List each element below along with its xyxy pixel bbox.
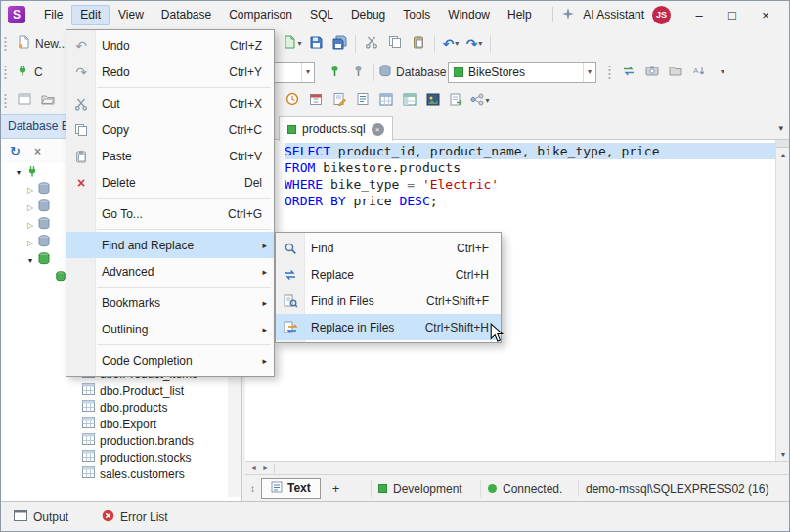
paste-button[interactable] — [407, 32, 430, 56]
tree-table-row[interactable]: production.brands — [82, 432, 194, 449]
close-tab-icon[interactable]: × — [372, 123, 384, 136]
scroll-up-icon[interactable]: ▲ — [776, 148, 790, 161]
tree-database-node[interactable]: ▷ — [0, 181, 51, 199]
menu-file[interactable]: File — [35, 5, 71, 25]
editor-scrollbar[interactable]: ▲ ▼ — [775, 140, 790, 461]
menu-item-replace[interactable]: Replace Ctrl+H — [276, 261, 501, 288]
pin-button[interactable] — [323, 61, 346, 84]
query-plan-button[interactable]: ▾ — [468, 89, 492, 112]
menu-item-delete[interactable]: × Delete Del — [66, 169, 274, 196]
tab-products-sql[interactable]: products.sql × — [279, 116, 393, 141]
redo-button[interactable]: ↷ ▾ — [462, 32, 486, 56]
data-grid-button[interactable] — [374, 89, 398, 112]
pivot-grid-button[interactable] — [398, 89, 421, 112]
menu-edit[interactable]: Edit — [71, 5, 110, 25]
menu-database[interactable]: Database — [153, 5, 220, 25]
tree-table-row[interactable]: sales.customers — [82, 466, 185, 482]
edit-document-button[interactable] — [328, 89, 351, 112]
tree-expanded-icon[interactable]: ▾ — [23, 256, 37, 265]
tree-expanded-icon[interactable]: ▾ — [12, 168, 25, 177]
toolbar-grip[interactable] — [4, 93, 7, 109]
toolbar-grip[interactable] — [608, 65, 611, 80]
snapshot-button[interactable] — [640, 61, 664, 84]
tree-database-node-active[interactable]: ▾ — [0, 251, 51, 269]
menu-item-find-and-replace[interactable]: Find and Replace ▸ — [66, 232, 274, 258]
pane-right-icon[interactable]: ► — [262, 465, 269, 471]
menu-item-advanced[interactable]: Advanced ▸ — [66, 258, 274, 285]
menu-window[interactable]: Window — [439, 5, 499, 25]
cut-button[interactable] — [360, 32, 383, 56]
document-outline-button[interactable] — [351, 89, 374, 112]
menu-view[interactable]: View — [110, 5, 153, 25]
minimize-button[interactable]: – — [682, 2, 716, 27]
tree-table-row[interactable]: dbo.Export — [82, 416, 156, 432]
tree-collapsed-icon[interactable]: ▷ — [23, 239, 37, 247]
tree-table-row[interactable]: dbo.Product_list — [82, 382, 184, 399]
view-switch-icon[interactable]: ↕ — [250, 483, 255, 494]
user-avatar-badge[interactable]: JS — [652, 6, 671, 24]
menu-item-copy[interactable]: Copy Ctrl+C — [66, 116, 274, 143]
ai-assistant-button[interactable]: AI Assistant — [583, 8, 644, 22]
history-button[interactable] — [281, 89, 304, 112]
tree-collapsed-icon[interactable]: ▷ — [23, 186, 37, 195]
new-button[interactable]: New... — [13, 32, 71, 56]
tree-collapsed-icon[interactable]: ▷ — [23, 221, 37, 230]
diagram-button[interactable] — [421, 89, 445, 112]
export-data-button[interactable] — [445, 89, 468, 112]
close-button[interactable]: × — [749, 2, 782, 27]
compare-schemas-button[interactable] — [617, 61, 640, 84]
tree-collapsed-icon[interactable]: ▷ — [23, 203, 37, 212]
more-options-button[interactable]: ▾ — [711, 61, 734, 84]
environment-status[interactable]: Development — [378, 475, 462, 502]
connect-button[interactable]: C — [13, 61, 46, 84]
save-all-button[interactable] — [328, 32, 351, 56]
tab-list-chevron-icon[interactable]: ▾ — [778, 123, 783, 133]
menu-item-replace-in-files[interactable]: Replace in Files Ctrl+Shift+H — [276, 314, 501, 340]
maximize-button[interactable]: □ — [716, 2, 749, 27]
sort-button[interactable]: A — [687, 61, 711, 84]
split-handle[interactable] — [776, 140, 790, 148]
undo-button[interactable]: ↶ ▾ — [439, 32, 462, 56]
menu-item-go-to[interactable]: Go To... Ctrl+G — [66, 200, 274, 227]
save-button[interactable] — [304, 32, 328, 56]
menu-help[interactable]: Help — [499, 5, 541, 25]
menu-item-paste[interactable]: Paste Ctrl+V — [66, 143, 274, 169]
tab-error-list[interactable]: Error List — [102, 510, 168, 525]
menu-item-find-in-files[interactable]: Find in Files Ctrl+Shift+F — [276, 288, 501, 314]
window-layout-button[interactable] — [13, 89, 36, 112]
tab-output[interactable]: Output — [14, 510, 68, 524]
menu-comparison[interactable]: Comparison — [220, 5, 301, 25]
open-folder-button[interactable] — [664, 61, 687, 84]
tree-database-node[interactable]: ▷ — [0, 199, 51, 216]
scroll-down-icon[interactable]: ▼ — [776, 447, 790, 461]
menu-sql[interactable]: SQL — [301, 5, 342, 25]
pane-left-icon[interactable]: ◄ — [250, 465, 257, 471]
toolbar-grip[interactable] — [4, 65, 7, 80]
copy-button[interactable] — [383, 32, 407, 56]
menu-item-undo[interactable]: ↶ Undo Ctrl+Z — [66, 32, 274, 59]
menu-item-find[interactable]: Find Ctrl+F — [276, 235, 501, 261]
menu-tools[interactable]: Tools — [394, 5, 439, 25]
tree-table-row[interactable]: production.stocks — [82, 449, 191, 466]
database-combobox[interactable]: BikeStores ▾ — [448, 62, 596, 83]
toolbar-grip[interactable] — [4, 36, 7, 52]
menu-item-code-completion[interactable]: Code Completion ▸ — [66, 347, 274, 374]
tree-connection-node[interactable]: ▾ — [0, 163, 39, 181]
menu-item-bookmarks[interactable]: Bookmarks ▸ — [66, 289, 274, 316]
add-view-button[interactable]: + — [332, 481, 340, 496]
refresh-icon[interactable]: ↻ — [10, 145, 21, 158]
menu-item-outlining[interactable]: Outlining ▸ — [66, 316, 274, 342]
new-query-button[interactable]: ▾ — [281, 32, 304, 56]
pin-alt-button[interactable] — [346, 61, 370, 84]
close-icon[interactable]: × — [34, 145, 41, 158]
menu-item-redo[interactable]: ↷ Redo Ctrl+Y — [66, 59, 274, 85]
menu-debug[interactable]: Debug — [342, 5, 394, 25]
tree-schema-node[interactable] — [0, 269, 66, 287]
tab-text-view[interactable]: Text — [261, 478, 321, 499]
tree-database-node[interactable]: ▷ — [0, 216, 51, 234]
tree-table-row[interactable]: dbo.products — [82, 399, 167, 416]
menu-item-cut[interactable]: Cut Ctrl+X — [66, 90, 274, 116]
sessions-button[interactable] — [304, 89, 328, 112]
open-file-button[interactable] — [36, 89, 60, 112]
tree-database-node[interactable]: ▷ — [0, 234, 51, 251]
